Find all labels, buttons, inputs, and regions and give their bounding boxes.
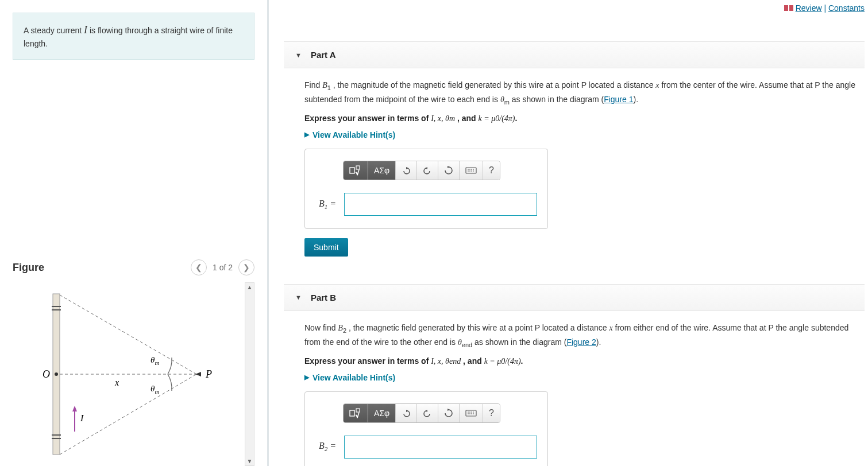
- figure-nav: ❮ 1 of 2 ❯: [191, 259, 254, 275]
- label-theta-top: θm: [151, 355, 159, 366]
- part-b-hints-link[interactable]: ▶ View Available Hint(s): [304, 373, 865, 382]
- part-a-body: Find B1 , the magnitude of the magnetic …: [284, 68, 865, 257]
- scroll-down-icon[interactable]: ▼: [247, 458, 253, 464]
- expand-icon: ▶: [304, 131, 309, 138]
- figure-1-link[interactable]: Figure 1: [604, 95, 633, 104]
- problem-text-before: A steady current: [24, 26, 84, 35]
- answer-a-label: B1 =: [319, 199, 336, 210]
- figure-title: Figure: [13, 262, 44, 274]
- equation-toolbar: √ ΑΣφ ?: [343, 161, 500, 180]
- collapse-icon: ▼: [295, 294, 302, 301]
- keyboard-button[interactable]: [460, 404, 483, 422]
- expand-icon: ▶: [304, 374, 309, 381]
- svg-rect-23: [350, 410, 354, 416]
- part-b-header[interactable]: ▼ Part B: [284, 284, 865, 311]
- svg-marker-19: [447, 166, 450, 168]
- part-a-title: Part A: [311, 50, 336, 60]
- svg-text:√: √: [356, 169, 360, 176]
- template-button[interactable]: √: [344, 161, 368, 180]
- part-a-express: Express your answer in terms of I, x, θm…: [304, 114, 865, 123]
- part-a-submit-button[interactable]: Submit: [304, 238, 348, 257]
- part-b-express: Express your answer in terms of I, x, θe…: [304, 356, 865, 366]
- scroll-up-icon[interactable]: ▲: [247, 284, 253, 290]
- undo-button[interactable]: [396, 404, 417, 422]
- svg-marker-27: [425, 410, 427, 412]
- help-button[interactable]: ?: [483, 161, 500, 180]
- part-a-question: Find B1 , the magnitude of the magnetic …: [304, 79, 865, 108]
- figure-section: Figure ❮ 1 of 2 ❯: [13, 259, 254, 466]
- part-a-answer-box: √ ΑΣφ ? B1 =: [304, 149, 548, 229]
- label-x: x: [114, 378, 119, 387]
- part-b-body: Now find B2 , the magnetic field generat…: [284, 311, 865, 466]
- svg-marker-17: [406, 167, 408, 169]
- part-a-hints-link[interactable]: ▶ View Available Hint(s): [304, 130, 865, 139]
- review-icon: [784, 4, 793, 13]
- svg-rect-12: [784, 5, 788, 11]
- answer-a-input[interactable]: [344, 193, 537, 216]
- redo-button[interactable]: [417, 404, 438, 422]
- reset-button[interactable]: [438, 161, 460, 180]
- part-a-header[interactable]: ▼ Part A: [284, 41, 865, 68]
- label-I: I: [80, 413, 84, 423]
- svg-rect-29: [466, 410, 476, 416]
- answer-b-input[interactable]: [344, 436, 537, 459]
- template-button[interactable]: √: [344, 404, 368, 422]
- greek-button[interactable]: ΑΣφ: [368, 404, 396, 422]
- svg-text:√: √: [356, 412, 360, 418]
- svg-marker-26: [406, 410, 408, 412]
- equation-toolbar: √ ΑΣφ ?: [343, 403, 500, 423]
- review-link[interactable]: Review: [796, 3, 822, 13]
- left-panel: A steady current I is flowing through a …: [0, 0, 269, 466]
- label-P: P: [205, 368, 212, 380]
- reset-button[interactable]: [438, 404, 460, 422]
- figure-next-button[interactable]: ❯: [238, 259, 254, 275]
- label-theta-bot: θm: [151, 384, 159, 395]
- figure-scrollbar[interactable]: ▲ ▼: [245, 282, 254, 466]
- svg-rect-13: [789, 5, 793, 11]
- help-button[interactable]: ?: [483, 404, 500, 422]
- greek-button[interactable]: ΑΣφ: [368, 161, 396, 180]
- figure-pager: 1 of 2: [213, 263, 233, 272]
- part-b-answer-box: √ ΑΣφ ? B2 =: [304, 391, 548, 466]
- svg-rect-14: [350, 168, 354, 173]
- keyboard-button[interactable]: [460, 161, 483, 180]
- label-O: O: [43, 368, 50, 380]
- svg-marker-28: [447, 409, 450, 411]
- part-b-question: Now find B2 , the magnetic field generat…: [304, 321, 865, 351]
- figure-prev-button[interactable]: ❮: [191, 259, 207, 275]
- svg-line-5: [60, 295, 196, 374]
- svg-rect-20: [466, 168, 476, 173]
- figure-2-link[interactable]: Figure 2: [566, 337, 596, 347]
- part-b-title: Part B: [311, 293, 336, 302]
- undo-button[interactable]: [396, 161, 417, 180]
- top-links: Review | Constants: [784, 3, 865, 13]
- constants-link[interactable]: Constants: [828, 3, 865, 13]
- svg-marker-11: [72, 406, 77, 411]
- svg-point-8: [55, 372, 58, 376]
- svg-marker-9: [195, 372, 201, 376]
- right-panel: Review | Constants ▼ Part A Find B1 , th…: [269, 0, 868, 466]
- collapse-icon: ▼: [295, 52, 302, 59]
- figure-canvas: O P x I θm θm: [13, 282, 241, 466]
- answer-b-label: B2 =: [319, 441, 336, 452]
- problem-statement: A steady current I is flowing through a …: [13, 13, 254, 60]
- redo-button[interactable]: [417, 161, 438, 180]
- svg-marker-18: [425, 167, 427, 169]
